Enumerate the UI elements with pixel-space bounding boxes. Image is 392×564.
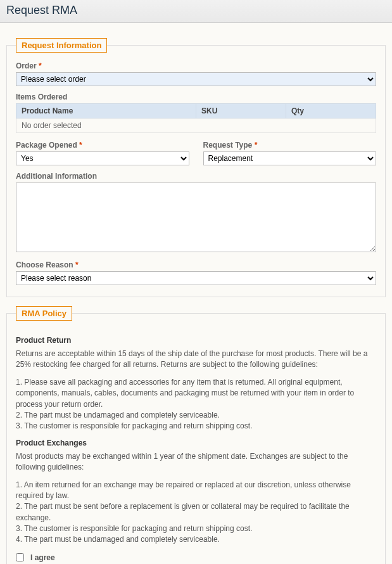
order-label: Order * <box>16 61 376 70</box>
request-type-label: Request Type * <box>203 141 377 150</box>
reason-field: Choose Reason * Please select reason <box>16 260 376 285</box>
request-type-field: Request Type * Replacement <box>203 141 377 165</box>
required-marker: * <box>39 61 42 70</box>
request-type-select[interactable]: Replacement <box>203 151 377 165</box>
additional-info-label: Additional Information <box>16 172 376 181</box>
agree-label: I agree <box>30 553 55 562</box>
col-product-name: Product Name <box>16 104 196 119</box>
required-marker: * <box>75 260 79 269</box>
reason-label: Choose Reason * <box>16 260 376 269</box>
agree-checkbox[interactable] <box>16 553 24 561</box>
additional-info-textarea[interactable] <box>16 183 376 252</box>
additional-info-field: Additional Information <box>16 172 376 254</box>
page-header: Request RMA <box>0 0 392 23</box>
product-exchanges-heading: Product Exchanges <box>16 439 376 447</box>
return-intro: Returns are acceptable within 15 days of… <box>16 349 376 371</box>
order-select[interactable]: Please select order <box>16 72 376 86</box>
items-ordered-label: Items Ordered <box>16 93 376 101</box>
col-qty: Qty <box>286 104 376 119</box>
reason-select[interactable]: Please select reason <box>16 271 376 285</box>
return-guidelines: 1. Please save all packaging and accesso… <box>16 377 376 432</box>
required-marker: * <box>255 141 258 150</box>
package-opened-select[interactable]: Yes <box>16 151 189 165</box>
two-column-row: Package Opened * Yes Request Type * Repl… <box>16 141 376 172</box>
required-marker: * <box>79 141 82 150</box>
package-opened-label: Package Opened * <box>16 141 189 150</box>
request-info-legend: Request Information <box>16 38 107 53</box>
items-empty-cell: No order selected <box>16 119 376 133</box>
page-title: Request RMA <box>6 4 386 17</box>
request-information-section: Request Information Order * Please selec… <box>6 38 386 297</box>
agree-row: I agree <box>16 553 376 562</box>
product-return-heading: Product Return <box>16 336 376 345</box>
exchange-intro: Most products may be exchanged within 1 … <box>16 451 376 473</box>
rma-policy-legend: RMA Policy <box>16 306 72 321</box>
rma-policy-section: RMA Policy Product Return Returns are ac… <box>6 306 386 564</box>
order-field: Order * Please select order <box>16 61 376 86</box>
table-row: No order selected <box>16 119 376 133</box>
exchange-guidelines: 1. An item returned for an exchange may … <box>16 480 376 546</box>
col-sku: SKU <box>196 104 286 119</box>
page-body: Request Information Order * Please selec… <box>0 23 392 564</box>
package-opened-field: Package Opened * Yes <box>16 141 189 165</box>
items-table: Product Name SKU Qty No order selected <box>16 103 376 133</box>
table-header-row: Product Name SKU Qty <box>16 104 376 119</box>
